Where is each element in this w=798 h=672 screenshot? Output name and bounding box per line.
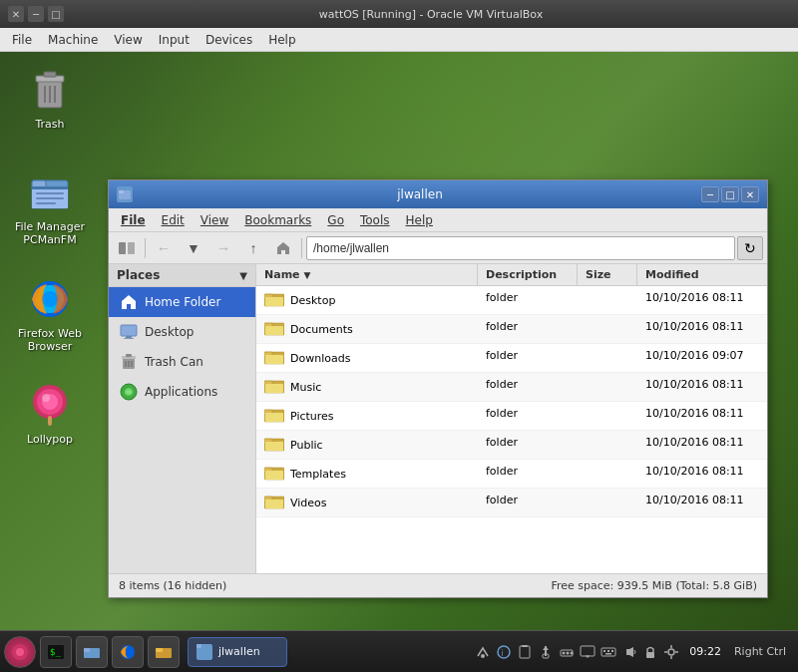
tray-clipboard-icon[interactable] (516, 643, 534, 661)
file-description: folder (478, 315, 578, 343)
table-row[interactable]: Documents folder 10/10/2016 08:11 (256, 315, 767, 344)
tray-network2-icon[interactable] (558, 643, 576, 661)
vbox-menu-machine[interactable]: Machine (40, 31, 106, 49)
fm-menu-bookmarks[interactable]: Bookmarks (236, 211, 319, 229)
svg-rect-89 (611, 650, 613, 652)
taskbar-folder-button[interactable] (148, 636, 180, 668)
fm-back-button[interactable]: ← (150, 235, 178, 261)
vbox-close-button[interactable]: ✕ (8, 6, 24, 22)
taskbar-firefox-button[interactable] (112, 636, 144, 668)
vbox-menu-help[interactable]: Help (260, 31, 303, 49)
svg-text:i: i (502, 649, 504, 658)
desktop-icon-lollypop[interactable]: Lollypop (10, 377, 90, 450)
fm-menu-go[interactable]: Go (319, 211, 352, 229)
svg-rect-60 (265, 500, 283, 508)
file-size (578, 373, 637, 401)
tray-updates-icon[interactable]: i (495, 643, 513, 661)
vbox-menu-devices[interactable]: Devices (198, 31, 260, 49)
fm-restore-button[interactable]: □ (721, 186, 739, 202)
lollypop-icon (26, 381, 74, 429)
filemanager-icon (26, 168, 74, 216)
vbox-minimize-button[interactable]: ─ (28, 6, 44, 22)
fm-filelist: Name ▼ Description Size Modified (256, 264, 767, 573)
vbox-maximize-button[interactable]: □ (48, 6, 64, 22)
svg-rect-71 (197, 644, 201, 648)
table-row[interactable]: Desktop folder 10/10/2016 08:11 (256, 286, 767, 315)
file-name: Downloads (290, 352, 350, 365)
fm-menu-view[interactable]: View (193, 211, 236, 229)
desktop-icon-small (119, 322, 139, 342)
fm-sidebar-home[interactable]: Home Folder (109, 287, 255, 317)
folder-icon-small (264, 319, 284, 339)
file-modified: 10/10/2016 08:11 (637, 402, 767, 430)
fm-statusbar: 8 items (16 hidden) Free space: 939.5 Mi… (109, 573, 767, 597)
tray-network-icon[interactable] (474, 643, 492, 661)
fm-address-input[interactable] (306, 236, 735, 260)
fm-refresh-button[interactable]: ↻ (737, 236, 763, 260)
fm-forward-button[interactable]: → (209, 235, 237, 261)
tray-display-icon[interactable] (579, 643, 597, 661)
fm-close-button[interactable]: ✕ (741, 186, 759, 202)
folder-icon-small (264, 493, 284, 512)
desktop-icon-trash[interactable]: Trash (10, 62, 90, 135)
table-row[interactable]: Pictures folder 10/10/2016 08:11 (256, 402, 767, 431)
tray-audio-icon[interactable] (620, 643, 638, 661)
desktop-icon-firefox[interactable]: Firefox WebBrowser (10, 271, 90, 357)
fm-col-name[interactable]: Name ▼ (256, 264, 478, 285)
tray-keyboard-icon[interactable] (599, 643, 617, 661)
taskbar-terminal-button[interactable]: $_ (40, 636, 72, 668)
fm-home-button[interactable] (269, 235, 297, 261)
fm-split-button[interactable] (113, 235, 141, 261)
vbox-menu-file[interactable]: File (4, 31, 40, 49)
fm-menu-tools[interactable]: Tools (352, 211, 398, 229)
svg-rect-69 (156, 648, 163, 652)
taskbar-files-button[interactable] (76, 636, 108, 668)
fm-sidebar-applications[interactable]: Applications (109, 377, 255, 407)
fm-sidebar-desktop[interactable]: Desktop (109, 317, 255, 347)
table-row[interactable]: Videos folder 10/10/2016 08:11 (256, 489, 767, 517)
file-size (578, 286, 637, 314)
fm-menu-help[interactable]: Help (398, 211, 441, 229)
file-size (578, 431, 637, 459)
file-modified: 10/10/2016 08:11 (637, 460, 767, 488)
fm-col-modified[interactable]: Modified (637, 264, 767, 285)
trash-icon-small (119, 352, 139, 372)
svg-rect-25 (128, 242, 135, 254)
file-modified: 10/10/2016 08:11 (637, 489, 767, 516)
svg-point-93 (668, 649, 674, 655)
taskbar-window-jlwallen[interactable]: jlwallen (188, 637, 287, 667)
svg-point-72 (481, 654, 485, 658)
tray-lock-icon[interactable] (641, 643, 659, 661)
folder-icon-small (264, 377, 284, 397)
svg-rect-76 (522, 645, 528, 647)
fm-minimize-button[interactable]: ─ (701, 186, 719, 202)
svg-rect-92 (646, 652, 654, 658)
fm-sidebar-header-label: Places (117, 268, 160, 282)
svg-rect-48 (265, 384, 283, 393)
table-row[interactable]: Downloads folder 10/10/2016 09:07 (256, 344, 767, 373)
table-row[interactable]: Public folder 10/10/2016 08:11 (256, 431, 767, 460)
svg-point-73 (498, 646, 510, 658)
lollypop-icon-label: Lollypop (27, 433, 73, 446)
virtualbox-window: ✕ ─ □ wattOS [Running] - Oracle VM Virtu… (0, 0, 798, 672)
table-row[interactable]: Music folder 10/10/2016 08:11 (256, 373, 767, 402)
fm-col-size[interactable]: Size (578, 264, 637, 285)
table-row[interactable]: Templates folder 10/10/2016 08:11 (256, 460, 767, 489)
tray-settings-icon[interactable] (662, 643, 680, 661)
fm-up-button[interactable]: ↑ (239, 235, 267, 261)
taskbar-menu-button[interactable] (4, 636, 36, 668)
file-modified: 10/10/2016 09:07 (637, 344, 767, 372)
vbox-menu-input[interactable]: Input (151, 31, 198, 49)
fm-sidebar-trash-label: Trash Can (145, 355, 203, 369)
fm-col-description[interactable]: Description (478, 264, 578, 285)
vbox-menu-view[interactable]: View (106, 31, 150, 49)
fm-forward-dropdown[interactable]: ▼ (180, 235, 207, 261)
svg-rect-42 (265, 326, 283, 335)
fm-sidebar-trash[interactable]: Trash Can (109, 347, 255, 377)
fm-menu-edit[interactable]: Edit (154, 211, 193, 229)
file-name-cell: Desktop (256, 286, 478, 314)
tray-usb-icon[interactable] (537, 643, 555, 661)
folder-icon-small (264, 406, 284, 426)
desktop-icon-filemanager[interactable]: File Manager PCManFM (10, 165, 90, 250)
fm-menu-file[interactable]: File (113, 211, 154, 229)
